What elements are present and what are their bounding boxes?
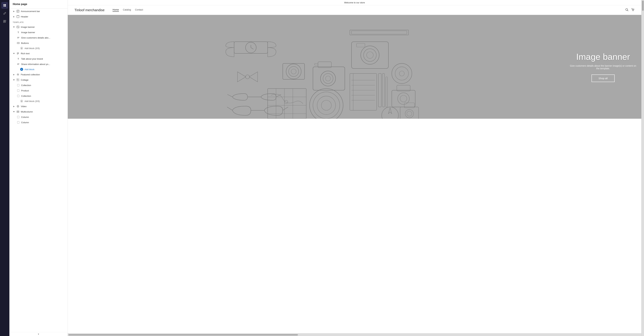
svg-rect-0 xyxy=(4,4,4,5)
svg-rect-2 xyxy=(4,5,4,6)
svg-rect-60 xyxy=(314,63,318,65)
svg-rect-71 xyxy=(356,43,365,47)
svg-point-42 xyxy=(626,8,628,10)
svg-rect-37 xyxy=(17,111,18,113)
header-icon xyxy=(16,15,20,18)
chevron-down-icon: ▼ xyxy=(13,26,15,28)
lines-icon xyxy=(17,36,20,39)
svg-rect-81 xyxy=(386,77,388,107)
image-banner-icon xyxy=(16,25,20,28)
sidebar-item-talk-about-brand[interactable]: T Talk about your brand xyxy=(10,56,68,61)
chevron-icon: ▶ xyxy=(13,105,15,108)
svg-rect-32 xyxy=(17,84,19,86)
sidebar-item-image-banner-title[interactable]: T Image banner xyxy=(10,30,68,35)
store-logo: Tinloof merchandise xyxy=(74,8,104,12)
toolbar-plus-icon[interactable] xyxy=(1,18,8,25)
store-header-preview: Tinloof merchandise Home Catalog Contact xyxy=(68,5,641,15)
sidebar-header: Home page xyxy=(10,0,68,8)
sidebar-item-multicolumn[interactable]: ▼ Multicolumn xyxy=(10,109,68,114)
vertical-scrollbar-thumb xyxy=(642,1,644,11)
sidebar-scroll-indicator[interactable]: ▼ xyxy=(10,332,68,336)
sidebar-item-announcement-bar[interactable]: ▶ Announcement bar xyxy=(10,8,68,14)
svg-rect-40 xyxy=(17,116,19,118)
lines-icon xyxy=(17,63,20,66)
add-block-image-banner[interactable]: + Add block (3/3) xyxy=(10,46,68,51)
svg-rect-55 xyxy=(313,67,345,90)
video-play-icon xyxy=(16,105,20,108)
sidebar-item-header[interactable]: ▶ Header xyxy=(10,14,68,19)
add-block-rich-text[interactable]: + Add block xyxy=(10,67,68,72)
add-block-collage[interactable]: + Add block (3/3) xyxy=(10,99,68,104)
search-icon[interactable] xyxy=(625,8,628,12)
featured-collection-icon xyxy=(16,73,20,76)
horizontal-scrollbar[interactable] xyxy=(68,333,641,336)
square-dashed-icon xyxy=(17,89,20,92)
hero-banner: Image banner Give customers details abou… xyxy=(68,15,641,119)
text-t-icon: T xyxy=(17,57,20,60)
square-dashed-icon xyxy=(17,116,20,119)
sidebar-item-collage-product[interactable]: Product xyxy=(10,88,68,93)
left-toolbar xyxy=(0,0,10,336)
toolbar-brush-icon[interactable] xyxy=(1,10,8,17)
shop-all-button[interactable]: Shop all xyxy=(592,74,615,82)
chevron-down-icon: ▼ xyxy=(13,111,15,113)
svg-point-89 xyxy=(400,95,407,102)
svg-rect-3 xyxy=(5,5,6,6)
sidebar-item-rich-text[interactable]: ▼ Rich text xyxy=(10,51,68,56)
svg-rect-96 xyxy=(268,89,306,119)
sidebar-item-collage-collection-1[interactable]: Collection xyxy=(10,83,68,88)
sidebar: Home page ▶ Announcement bar ▶ xyxy=(10,0,68,336)
nav-contact[interactable]: Contact xyxy=(135,8,143,12)
sidebar-item-image-banner[interactable]: ▼ Image banner xyxy=(10,24,68,30)
svg-point-44 xyxy=(632,10,633,11)
svg-rect-80 xyxy=(382,73,384,107)
vertical-scrollbar[interactable] xyxy=(641,0,644,336)
svg-line-43 xyxy=(628,10,628,11)
sidebar-item-collage[interactable]: ▼ Collage xyxy=(10,77,68,83)
svg-rect-28 xyxy=(17,79,18,80)
sidebar-item-buttons[interactable]: Buttons xyxy=(10,40,68,46)
sidebar-item-video[interactable]: ▶ Video xyxy=(10,104,68,109)
svg-point-62 xyxy=(313,92,340,119)
svg-point-45 xyxy=(633,10,634,11)
svg-rect-39 xyxy=(18,111,19,113)
plus-circle-icon: + xyxy=(20,100,23,103)
svg-rect-41 xyxy=(17,121,19,123)
store-nav: Home Catalog Contact xyxy=(112,8,143,12)
chevron-down-icon: ▼ xyxy=(13,79,15,81)
svg-line-49 xyxy=(251,47,254,49)
svg-rect-34 xyxy=(17,95,19,97)
sidebar-item-image-banner-desc[interactable]: Give customers details abo... xyxy=(10,35,68,40)
chevron-icon: ▶ xyxy=(13,73,15,76)
svg-rect-61 xyxy=(310,89,343,119)
sidebar-item-collage-collection-2[interactable]: Collection xyxy=(10,93,68,99)
preview-frame: Welcome to our store Tinloof merchandise… xyxy=(68,0,641,333)
svg-point-58 xyxy=(323,73,333,84)
nav-catalog[interactable]: Catalog xyxy=(123,8,131,12)
sidebar-item-featured-collection[interactable]: ▶ Featured collection xyxy=(10,72,68,77)
cart-icon[interactable] xyxy=(631,8,634,12)
svg-rect-5 xyxy=(5,20,6,21)
svg-rect-72 xyxy=(350,73,377,110)
store-header-icons xyxy=(625,8,634,12)
sidebar-item-column-2[interactable]: Column xyxy=(10,120,68,125)
svg-line-94 xyxy=(227,107,232,110)
svg-rect-66 xyxy=(352,31,407,34)
svg-point-69 xyxy=(364,49,376,61)
nav-home[interactable]: Home xyxy=(112,8,119,12)
chevron-icon: ▶ xyxy=(13,15,15,18)
button-icon xyxy=(17,41,20,44)
svg-rect-99 xyxy=(400,107,418,119)
template-section-label: TEMPLATE xyxy=(10,19,68,24)
svg-marker-36 xyxy=(18,106,18,107)
toolbar-grid-icon[interactable] xyxy=(1,2,8,9)
main-area: Welcome to our store Tinloof merchandise… xyxy=(68,0,641,336)
svg-rect-30 xyxy=(17,80,18,81)
announcement-bar-icon xyxy=(16,10,20,13)
store-preview: Welcome to our store Tinloof merchandise… xyxy=(68,0,641,333)
svg-rect-29 xyxy=(18,79,19,80)
sidebar-item-share-info[interactable]: Share information about yo... xyxy=(10,61,68,67)
svg-line-95 xyxy=(283,107,288,110)
square-dashed-icon xyxy=(17,94,20,97)
sidebar-item-column-1[interactable]: Column xyxy=(10,114,68,120)
